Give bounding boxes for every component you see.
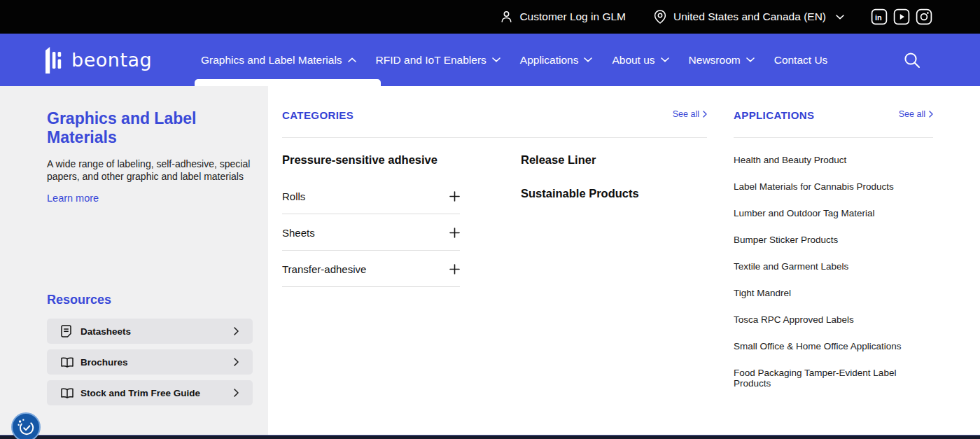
- youtube-icon[interactable]: [893, 8, 910, 25]
- application-link[interactable]: Tight Mandrel: [734, 279, 933, 306]
- datasheet-icon: [61, 325, 74, 337]
- customer-login-label: Customer Log in GLM: [519, 11, 626, 23]
- application-link[interactable]: Textile and Garment Labels: [734, 253, 933, 279]
- resource-button-brochures[interactable]: Brochures: [47, 349, 253, 375]
- categories-see-all-link[interactable]: See all: [673, 109, 707, 119]
- main-navbar: beontag Graphics and Label Materials RFI…: [0, 34, 980, 86]
- customer-login-link[interactable]: Customer Log in GLM: [500, 11, 626, 23]
- categories-column-1: Pressure-sensitive adhesive Rolls Sheets: [282, 153, 460, 287]
- region-label: United States and Canada (EN): [673, 11, 826, 23]
- nav-item-label: Contact Us: [774, 54, 828, 67]
- categories-title: CATEGORIES: [282, 109, 354, 121]
- user-icon: [500, 11, 512, 23]
- resource-label: Stock and Trim Free Guide: [80, 388, 200, 398]
- nav-item-label: About us: [612, 54, 654, 67]
- nav-item-label: Newsroom: [689, 54, 741, 67]
- nav-item-about-us[interactable]: About us: [612, 54, 668, 67]
- plus-icon[interactable]: [449, 191, 460, 202]
- chevron-down-icon: [836, 15, 844, 20]
- location-pin-icon: [654, 10, 666, 24]
- chevron-right-icon: [703, 111, 707, 118]
- megamenu-panel: Graphics and Label Materials A wide rang…: [0, 86, 980, 435]
- resource-label: Brochures: [80, 357, 128, 368]
- brochure-icon: [61, 388, 74, 398]
- chevron-right-icon: [234, 358, 239, 366]
- nav-item-applications[interactable]: Applications: [520, 54, 593, 67]
- application-link[interactable]: Small Office & Home Office Applications: [734, 333, 933, 359]
- nav-item-label: Graphics and Label Materials: [201, 54, 342, 67]
- see-all-label: See all: [673, 109, 699, 119]
- nav-item-newsroom[interactable]: Newsroom: [689, 54, 755, 67]
- category-row-rolls[interactable]: Rolls: [282, 178, 460, 214]
- chevron-right-icon: [234, 327, 239, 335]
- nav-item-label: Applications: [520, 54, 579, 67]
- chevron-down-icon: [584, 57, 592, 62]
- social-links: in: [871, 8, 932, 25]
- region-selector[interactable]: United States and Canada (EN): [654, 10, 844, 24]
- brand-wordmark: beontag: [71, 49, 152, 71]
- megamenu-description: A wide range of labeling, self-adhesive,…: [47, 158, 251, 183]
- chevron-up-icon: [348, 57, 356, 62]
- search-icon[interactable]: [903, 51, 921, 69]
- category-label: Transfer-adhesive: [282, 263, 366, 275]
- nav-item-contact-us[interactable]: Contact Us: [774, 54, 828, 67]
- nav-item-label: RFID and IoT Enablers: [376, 54, 486, 67]
- chevron-right-icon: [234, 389, 239, 397]
- category-row-sheets[interactable]: Sheets: [282, 214, 460, 251]
- chevron-right-icon: [929, 111, 933, 118]
- linkedin-icon[interactable]: in: [871, 8, 888, 25]
- application-link[interactable]: Lumber and Outdoor Tag Material: [734, 200, 933, 226]
- applications-see-all-link[interactable]: See all: [899, 109, 933, 119]
- category-label: Sheets: [282, 227, 315, 239]
- accessibility-check-icon: [16, 417, 36, 437]
- brand-logo[interactable]: beontag: [46, 47, 152, 74]
- resource-button-stock-and-trim-free-guide[interactable]: Stock and Trim Free Guide: [47, 380, 253, 405]
- applications-title: APPLICATIONS: [734, 109, 814, 121]
- plus-icon[interactable]: [449, 264, 460, 274]
- megamenu-title: Graphics and Label Materials: [47, 109, 215, 147]
- applications-list: Health and Beauty Product Label Material…: [734, 146, 933, 396]
- application-link[interactable]: Health and Beauty Product: [734, 146, 933, 173]
- megamenu-intro-sidebar: Graphics and Label Materials A wide rang…: [0, 86, 268, 435]
- categories-column-2: Release Liner Sustainable Products: [521, 153, 639, 287]
- resources-title: Resources: [47, 293, 251, 307]
- nav-item-rfid-and-iot-enablers[interactable]: RFID and IoT Enablers: [376, 54, 500, 67]
- learn-more-link[interactable]: Learn more: [47, 193, 99, 204]
- nav-menu: Graphics and Label Materials RFID and Io…: [201, 34, 827, 86]
- categories-section: CATEGORIES See all Pressure-sensitive ad…: [282, 109, 707, 287]
- application-link[interactable]: Label Materials for Cannabis Products: [734, 173, 933, 200]
- divider: [734, 137, 933, 138]
- plus-icon[interactable]: [449, 228, 460, 238]
- utility-topbar: Customer Log in GLM United States and Ca…: [0, 0, 980, 34]
- category-release-liner[interactable]: Release Liner: [521, 153, 639, 167]
- svg-text:in: in: [875, 13, 882, 22]
- applications-section: APPLICATIONS See all Health and Beauty P…: [734, 109, 933, 396]
- resource-button-datasheets[interactable]: Datasheets: [47, 319, 253, 344]
- divider: [282, 137, 707, 138]
- chevron-down-icon: [746, 57, 755, 62]
- instagram-icon[interactable]: [916, 8, 932, 25]
- active-tab-indicator: [195, 79, 381, 86]
- accessibility-widget-button[interactable]: [11, 412, 41, 439]
- nav-item-graphics-and-label-materials[interactable]: Graphics and Label Materials: [201, 54, 356, 67]
- resource-label: Datasheets: [80, 326, 131, 337]
- brochure-icon: [61, 357, 74, 368]
- category-sustainable-products[interactable]: Sustainable Products: [521, 187, 639, 200]
- page-bottom-strip: [0, 435, 980, 439]
- application-link[interactable]: Bumper Sticker Products: [734, 226, 933, 253]
- application-link[interactable]: Food Packaging Tamper-Evident Label Prod…: [734, 359, 933, 396]
- category-row-transfer-adhesive[interactable]: Transfer-adhesive: [282, 251, 460, 287]
- see-all-label: See all: [899, 109, 925, 119]
- application-link[interactable]: Tosca RPC Approved Labels: [734, 306, 933, 333]
- chevron-down-icon: [492, 57, 500, 62]
- category-label: Rolls: [282, 190, 305, 202]
- chevron-down-icon: [661, 57, 669, 62]
- page: Customer Log in GLM United States and Ca…: [0, 0, 980, 439]
- category-pressure-sensitive-adhesive[interactable]: Pressure-sensitive adhesive: [282, 153, 438, 166]
- beontag-logomark-icon: [46, 47, 64, 74]
